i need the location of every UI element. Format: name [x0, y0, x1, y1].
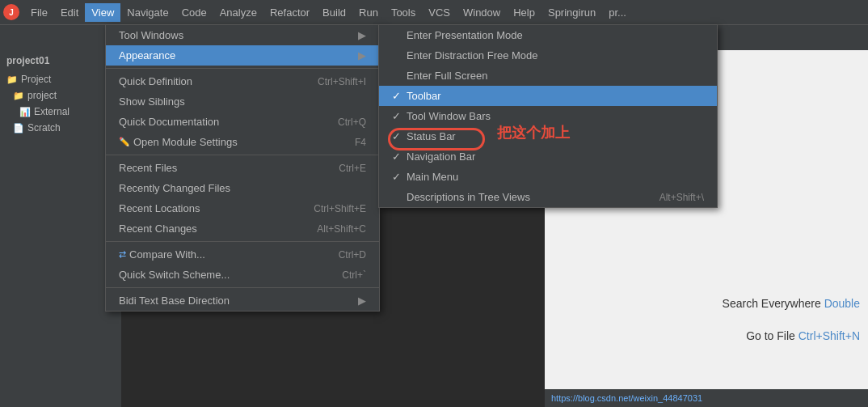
side-tree-external[interactable]: 📊 External: [0, 104, 121, 120]
menu-recent-locations[interactable]: Recent Locations Ctrl+Shift+E: [106, 198, 379, 218]
menu-view[interactable]: View: [85, 3, 120, 22]
menu-bidi-text[interactable]: Bidi Text Base Direction ▶: [106, 290, 379, 311]
menu-refactor[interactable]: Refactor: [263, 3, 316, 22]
check-main-menu: ✓: [392, 171, 402, 183]
side-tree-project2[interactable]: 📁 project: [0, 87, 121, 104]
arrow-icon-appearance: ▶: [358, 49, 366, 61]
menu-compare-with[interactable]: ⇄ Compare With... Ctrl+D: [106, 244, 379, 265]
menu-springirun[interactable]: Springirun: [541, 3, 602, 22]
menu-main-menu[interactable]: ✓ Main Menu: [379, 167, 717, 187]
goto-file-hint: Go to File Ctrl+Shift+N: [746, 329, 860, 342]
separator-3: [106, 241, 379, 242]
external-icon: 📊: [19, 107, 31, 117]
menu-presentation-mode[interactable]: Enter Presentation Mode: [379, 25, 717, 45]
project-title: project01: [0, 50, 121, 71]
menu-quick-def[interactable]: Quick Definition Ctrl+Shift+I: [106, 71, 379, 91]
separator-1: [106, 68, 379, 69]
side-panel: project01 📁 Project 📁 project 📊 External…: [0, 50, 121, 407]
check-toolbar: ✓: [392, 90, 402, 102]
menu-appearance[interactable]: Appearance ▶: [106, 45, 379, 66]
menu-analyze[interactable]: Analyze: [213, 3, 263, 22]
folder-icon: 📁: [6, 74, 18, 85]
app-logo: J: [3, 4, 19, 20]
separator-4: [106, 287, 379, 288]
menu-tool-windows[interactable]: Tool Windows ▶: [106, 25, 379, 45]
url-text: https://blog.csdn.net/weixin_44847031: [551, 393, 702, 403]
scratch-icon: 📄: [13, 123, 24, 134]
menu-show-siblings[interactable]: Show Siblings: [106, 91, 379, 112]
menu-build[interactable]: Build: [316, 3, 352, 22]
menu-run[interactable]: Run: [352, 3, 385, 22]
menu-edit[interactable]: Edit: [54, 3, 85, 22]
menu-code[interactable]: Code: [175, 3, 213, 22]
menu-help[interactable]: Help: [507, 3, 541, 22]
search-everywhere-hint: Search Everywhere Double: [723, 297, 860, 310]
arrow-icon-bidi: ▶: [358, 295, 366, 307]
side-tree-project[interactable]: 📁 Project: [0, 71, 121, 87]
menu-bar: J File Edit View Navigate Code Analyze R…: [0, 0, 868, 24]
check-status-bar: ✓: [392, 130, 402, 142]
menu-recently-changed[interactable]: Recently Changed Files: [106, 178, 379, 198]
chinese-annotation: 把这个加上: [497, 123, 570, 142]
menu-recent-changes[interactable]: Recent Changes Alt+Shift+C: [106, 218, 379, 239]
view-dropdown: Tool Windows ▶ Appearance ▶ Quick Defini…: [105, 24, 380, 312]
appearance-dropdown: Enter Presentation Mode Enter Distractio…: [378, 24, 718, 208]
menu-vcs[interactable]: VCS: [422, 3, 457, 22]
compare-icon: ⇄: [119, 249, 126, 260]
menu-window[interactable]: Window: [457, 3, 507, 22]
menu-tools[interactable]: Tools: [385, 3, 422, 22]
arrow-icon: ▶: [358, 29, 366, 41]
menu-quick-doc[interactable]: Quick Documentation Ctrl+Q: [106, 112, 379, 132]
menu-toolbar[interactable]: ✓ Toolbar: [379, 86, 717, 106]
settings-icon: ✏️: [119, 137, 130, 147]
separator-2: [106, 155, 379, 155]
menu-quick-switch[interactable]: Quick Switch Scheme... Ctrl+`: [106, 265, 379, 285]
menu-descriptions-tree[interactable]: Descriptions in Tree Views Alt+Shift+\: [379, 187, 717, 207]
url-bar: https://blog.csdn.net/weixin_44847031: [545, 389, 868, 407]
side-tree-scratch[interactable]: 📄 Scratch: [0, 120, 121, 136]
menu-recent-files[interactable]: Recent Files Ctrl+E: [106, 158, 379, 178]
check-tool-window-bars: ✓: [392, 110, 402, 122]
menu-navigation-bar[interactable]: ✓ Navigation Bar: [379, 146, 717, 167]
menu-distraction-free[interactable]: Enter Distraction Free Mode: [379, 45, 717, 66]
menu-extra[interactable]: pr...: [602, 3, 633, 22]
menu-file[interactable]: File: [24, 3, 54, 22]
folder-icon-2: 📁: [13, 91, 24, 101]
menu-module-settings[interactable]: ✏️ Open Module Settings F4: [106, 132, 379, 152]
menu-full-screen[interactable]: Enter Full Screen: [379, 66, 717, 86]
check-nav-bar: ✓: [392, 151, 402, 163]
menu-navigate[interactable]: Navigate: [120, 3, 175, 22]
